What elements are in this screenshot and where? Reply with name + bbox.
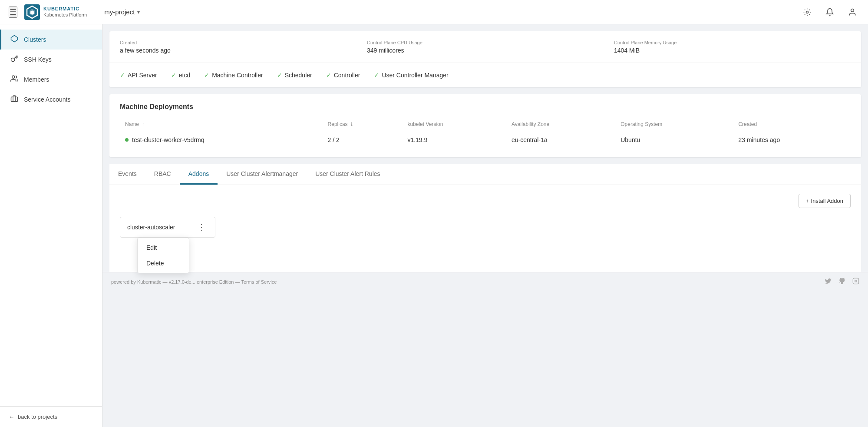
sidebar-label-ssh-keys: SSH Keys <box>24 56 52 63</box>
user-menu-button[interactable] <box>845 5 859 19</box>
back-label: back to projects <box>18 414 57 420</box>
health-item-api-server: ✓API Server <box>120 72 157 79</box>
col-kubelet-header: kubelet Version <box>402 118 506 131</box>
svg-point-5 <box>851 9 854 12</box>
tab-user-cluster-alert-rules[interactable]: User Cluster Alert Rules <box>307 164 389 185</box>
notifications-button[interactable] <box>823 5 837 19</box>
health-item-etcd: ✓etcd <box>171 72 190 79</box>
table-header: Name ↑ Replicas ℹ kubelet Version Availa… <box>120 118 851 131</box>
health-item-scheduler: ✓Scheduler <box>277 72 312 79</box>
meta-grid: Created a few seconds ago Control Plane … <box>120 40 851 54</box>
sidebar: Clusters SSH Keys Members <box>0 24 102 427</box>
settings-button[interactable] <box>800 5 814 19</box>
bell-icon <box>825 8 834 17</box>
sidebar-item-clusters[interactable]: Clusters <box>0 30 102 50</box>
logo-icon <box>24 4 40 20</box>
check-icon: ✓ <box>277 72 282 79</box>
sidebar-label-service-accounts: Service Accounts <box>24 96 70 103</box>
svg-point-4 <box>806 11 809 13</box>
memory-label: Control Plane Memory Usage <box>614 40 851 45</box>
col-os-header: Operating System <box>615 118 733 131</box>
tab-rbac[interactable]: RBAC <box>145 164 180 185</box>
health-label: API Server <box>128 72 157 79</box>
footer-icons <box>825 278 859 286</box>
sidebar-nav: Clusters SSH Keys Members <box>0 24 102 406</box>
svg-point-7 <box>11 58 15 62</box>
sidebar-label-members: Members <box>24 76 49 83</box>
health-checks-section: ✓API Server✓etcd✓Machine Controller✓Sche… <box>109 63 861 87</box>
cpu-usage-field: Control Plane CPU Usage 349 millicores <box>367 40 604 54</box>
created-field: Created a few seconds ago <box>120 40 356 54</box>
footer-text: powered by Kubermatic — v2.17.0-de... en… <box>111 279 277 285</box>
addons-section: + Install Addon cluster-autoscaler ⋮ Edi… <box>109 185 861 272</box>
project-selector[interactable]: my-project ▾ <box>104 8 140 16</box>
sidebar-item-ssh-keys[interactable]: SSH Keys <box>0 50 102 70</box>
tab-user-cluster-alertmanager[interactable]: User Cluster Alertmanager <box>218 164 307 185</box>
addon-dropdown-menu: Edit Delete <box>137 238 189 273</box>
sidebar-item-service-accounts[interactable]: Service Accounts <box>0 89 102 109</box>
svg-rect-10 <box>853 278 858 284</box>
col-name-header: Name ↑ <box>120 118 323 131</box>
footer: powered by Kubermatic — v2.17.0-de... en… <box>102 272 868 291</box>
check-icon: ✓ <box>171 72 176 79</box>
install-addon-button[interactable]: + Install Addon <box>799 194 851 208</box>
created-value: a few seconds ago <box>120 47 356 54</box>
health-item-controller: ✓Controller <box>326 72 360 79</box>
main-content: Created a few seconds ago Control Plane … <box>102 24 868 427</box>
svg-marker-6 <box>11 36 18 42</box>
nav-icons <box>800 5 859 19</box>
settings-icon <box>803 8 812 17</box>
clusters-icon <box>10 35 19 44</box>
addons-toolbar: + Install Addon <box>120 194 851 208</box>
addon-card-cluster-autoscaler: cluster-autoscaler ⋮ <box>120 217 215 238</box>
addon-name: cluster-autoscaler <box>127 224 188 231</box>
deployment-name: test-cluster-worker-v5drmq <box>132 136 204 143</box>
status-dot <box>125 138 129 142</box>
col-az-header: Availability Zone <box>506 118 615 131</box>
memory-usage-field: Control Plane Memory Usage 1404 MiB <box>614 40 851 54</box>
addon-container: cluster-autoscaler ⋮ Edit Delete <box>120 217 215 238</box>
created-label: Created <box>120 40 356 45</box>
sidebar-item-members[interactable]: Members <box>0 70 102 89</box>
health-item-user-controller-manager: ✓User Controller Manager <box>374 72 448 79</box>
ssh-keys-icon <box>10 55 19 64</box>
cell-operating-system: Ubuntu <box>615 131 733 149</box>
hamburger-button[interactable]: ☰ <box>9 7 17 18</box>
cluster-meta-section: Created a few seconds ago Control Plane … <box>109 31 861 63</box>
tab-events[interactable]: Events <box>109 164 145 185</box>
health-label: Machine Controller <box>212 72 263 79</box>
cell-created: 23 minutes ago <box>733 131 851 149</box>
machine-deployments-section: Machine Deployments Name ↑ Replicas ℹ ku… <box>109 94 861 157</box>
table-header-row: Name ↑ Replicas ℹ kubelet Version Availa… <box>120 118 851 131</box>
logo-title: KUBERMATIC <box>43 6 87 12</box>
slack-icon[interactable] <box>852 278 859 286</box>
check-icon: ✓ <box>326 72 331 79</box>
cluster-info-card: Created a few seconds ago Control Plane … <box>109 31 861 87</box>
dropdown-item-delete[interactable]: Delete <box>138 255 189 271</box>
twitter-icon[interactable] <box>825 278 832 286</box>
chevron-down-icon: ▾ <box>137 9 140 15</box>
tab-addons[interactable]: Addons <box>180 164 218 185</box>
machine-deployments-title: Machine Deployments <box>120 103 851 111</box>
check-icon: ✓ <box>374 72 379 79</box>
logo-text: KUBERMATIC Kubernetes Platform <box>43 6 87 17</box>
memory-value: 1404 MiB <box>614 47 851 54</box>
dropdown-item-edit[interactable]: Edit <box>138 240 189 255</box>
members-icon <box>10 75 19 84</box>
sidebar-footer: ← back to projects <box>0 406 102 427</box>
cpu-label: Control Plane CPU Usage <box>367 40 604 45</box>
addon-menu-button[interactable]: ⋮ <box>195 222 208 232</box>
cell-availability-zone: eu-central-1a <box>506 131 615 149</box>
cell-name: test-cluster-worker-v5drmq <box>120 131 323 149</box>
back-to-projects-link[interactable]: ← back to projects <box>9 414 93 420</box>
cpu-value: 349 millicores <box>367 47 604 54</box>
col-name-label: Name ↑ <box>125 121 144 127</box>
health-row: ✓API Server✓etcd✓Machine Controller✓Sche… <box>120 72 851 79</box>
replicas-info-icon[interactable]: ℹ <box>351 122 353 127</box>
sidebar-label-clusters: Clusters <box>24 36 46 43</box>
table-row[interactable]: test-cluster-worker-v5drmq 2 / 2 v1.19.9… <box>120 131 851 149</box>
table-body: test-cluster-worker-v5drmq 2 / 2 v1.19.9… <box>120 131 851 149</box>
svg-rect-9 <box>11 97 18 102</box>
health-label: etcd <box>179 72 190 79</box>
github-icon[interactable] <box>838 278 845 286</box>
